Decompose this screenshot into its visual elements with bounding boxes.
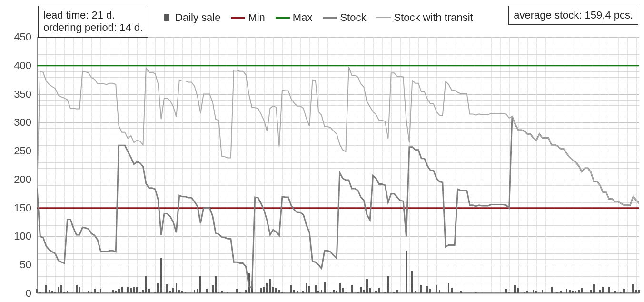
bar [620, 292, 622, 293]
bar [118, 289, 120, 293]
y-tick-label: 350 [3, 88, 31, 101]
bar [49, 290, 50, 293]
bar [293, 290, 295, 293]
bar [166, 284, 168, 293]
bar [357, 292, 359, 293]
bar [185, 292, 187, 293]
bar [224, 293, 226, 293]
bar [317, 291, 319, 293]
legend-daily-sale: Daily sale [164, 11, 220, 24]
bar [91, 292, 93, 293]
bar [266, 283, 268, 293]
bar [227, 292, 229, 293]
bar [248, 273, 250, 293]
bar [121, 287, 123, 293]
plot-area [37, 37, 639, 293]
bar [260, 288, 262, 293]
bar [97, 292, 99, 293]
bar [393, 292, 395, 293]
bar [475, 292, 477, 293]
bar [79, 287, 80, 293]
bar [333, 290, 335, 293]
bar [351, 285, 353, 293]
bar [342, 288, 344, 293]
line-swatch-icon [276, 17, 290, 19]
y-tick-label: 0 [3, 287, 31, 300]
bar [566, 289, 568, 293]
bar [172, 288, 174, 293]
y-tick-label: 50 [3, 259, 31, 271]
bar [88, 291, 89, 293]
bar [330, 292, 332, 293]
bar [460, 291, 462, 293]
line-swatch-icon [323, 17, 337, 19]
legend-max: Max [276, 11, 313, 24]
bar [578, 290, 580, 293]
bar [263, 287, 265, 293]
bar [290, 285, 292, 293]
bar [218, 292, 220, 293]
bar [526, 291, 528, 293]
bar [551, 287, 553, 293]
bar [139, 292, 141, 293]
bar [199, 276, 201, 293]
bar [420, 285, 422, 293]
bar [278, 290, 280, 293]
bar [638, 290, 640, 293]
legend-label-min: Min [248, 11, 265, 24]
bar [54, 292, 56, 293]
bar [590, 290, 592, 293]
params-box: lead time: 21 d. ordering period: 14 d. [38, 6, 148, 38]
bar [324, 282, 326, 293]
y-tick-label: 450 [3, 31, 31, 43]
bar [45, 285, 47, 293]
bar [439, 290, 441, 293]
bar [245, 290, 247, 293]
bar-swatch-icon [164, 14, 169, 21]
bar [560, 291, 562, 293]
bar [533, 290, 535, 293]
bar [51, 291, 53, 293]
legend-label-max: Max [293, 11, 313, 24]
y-tick-label: 300 [3, 116, 31, 129]
ordering-period-label: ordering period: 14 d. [43, 21, 143, 33]
legend-min: Min [231, 11, 265, 24]
y-tick-label: 100 [3, 230, 31, 242]
bar [402, 293, 404, 293]
bar [608, 287, 610, 293]
bar [514, 285, 516, 293]
bar [206, 289, 208, 293]
avg-stock-box: average stock: 159,4 pcs. [508, 6, 638, 25]
bar [112, 290, 114, 293]
inventory-simulation-chart: lead time: 21 d. ordering period: 14 d. … [0, 0, 644, 302]
bar [142, 290, 144, 293]
bar [239, 292, 241, 293]
y-axis-labels: 050100150200250300350400450 [0, 37, 34, 293]
bar [542, 290, 544, 293]
bar [281, 292, 283, 293]
bar [169, 291, 171, 293]
bar [345, 292, 347, 293]
bar [366, 279, 368, 293]
bar [297, 291, 298, 293]
bar [36, 289, 38, 293]
legend-label-stock-transit: Stock with transit [394, 11, 473, 24]
bar [575, 291, 577, 293]
bar [384, 292, 386, 293]
bar [436, 285, 437, 293]
bar [130, 288, 132, 293]
bar [157, 283, 159, 293]
bar [269, 279, 271, 293]
legend-label-stock: Stock [340, 11, 366, 24]
bar [308, 286, 310, 293]
bar [415, 291, 416, 293]
bar [406, 251, 407, 293]
y-tick-label: 150 [3, 202, 31, 214]
bar [221, 291, 223, 293]
bar [524, 292, 525, 293]
bar [148, 289, 150, 293]
line-swatch-icon [231, 17, 245, 19]
bar [387, 276, 389, 293]
bar [569, 290, 571, 293]
bar [194, 290, 196, 293]
